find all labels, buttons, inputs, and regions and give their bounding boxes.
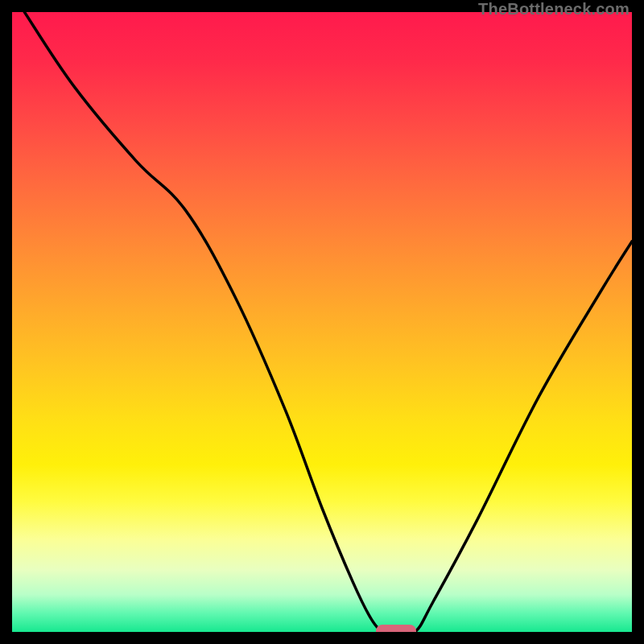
watermark-text: TheBottleneck.com (478, 0, 630, 19)
chart-plot-area (12, 12, 632, 632)
chart-frame: TheBottleneck.com (0, 0, 644, 644)
optimal-marker (376, 625, 416, 632)
bottleneck-curve (12, 12, 632, 632)
